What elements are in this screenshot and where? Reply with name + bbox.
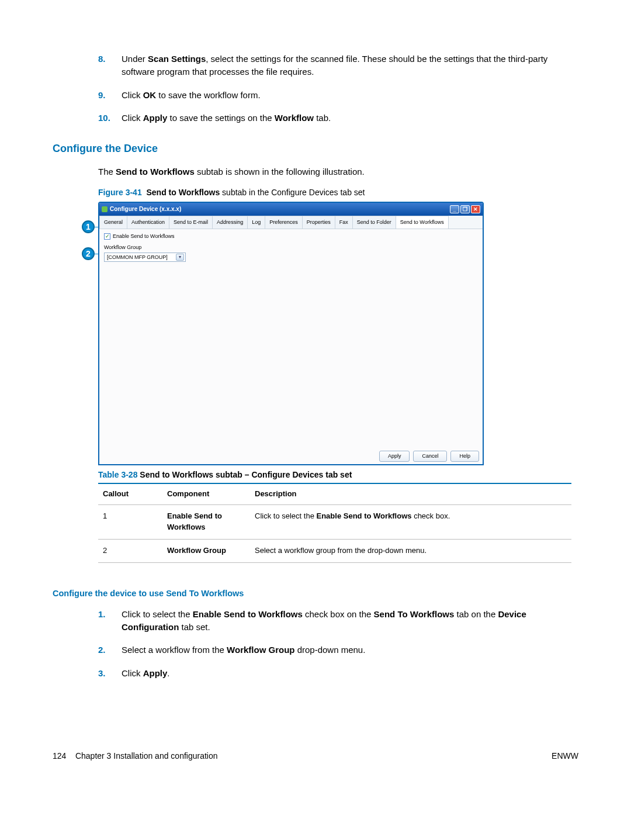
workflow-group-dropdown[interactable]: [COMMON MFP GROUP] ▾ [104,253,186,262]
heading-configure-device: Configure the Device [53,141,578,156]
tab-general[interactable]: General [99,216,127,229]
tab-preferences[interactable]: Preferences [265,216,302,229]
step-text: Click Apply. [122,667,578,680]
step-text: Under Scan Settings, select the settings… [122,53,578,78]
step-number: 1. [98,608,122,634]
step-b3: 3. Click Apply. [98,667,578,680]
callout-2: 2 [82,247,95,260]
step-text: Click OK to save the workflow form. [122,89,578,102]
figure-caption: Figure 3-41 Send to Workflows subtab in … [98,186,578,198]
enable-send-workflows-label: Enable Send to Workflows [113,233,174,240]
window-title: Configure Device (x.x.x.x) [110,205,181,214]
step-number: 10. [98,112,122,125]
tab-fax[interactable]: Fax [335,216,352,229]
table-caption: Table 3-28 Send to Workflows subtab – Co… [98,469,578,481]
page-number: 124 [53,751,66,761]
step-text: Click to select the Enable Send to Workf… [122,608,578,634]
chevron-down-icon[interactable]: ▾ [176,254,184,261]
step-number: 8. [98,53,122,78]
tab-send-folder[interactable]: Send to Folder [352,216,396,229]
step-number: 9. [98,89,122,102]
step-8: 8. Under Scan Settings, select the setti… [98,53,578,78]
step-text: Click Apply to save the settings on the … [122,112,578,125]
th-component: Component [162,483,250,504]
tab-send-email[interactable]: Send to E-mail [169,216,212,229]
page-footer: 124 Chapter 3 Installation and configura… [53,750,578,762]
step-number: 3. [98,667,122,680]
configure-device-window: Configure Device (x.x.x.x) _ ❐ ✕ General… [98,202,484,465]
step-number: 2. [98,644,122,656]
tabs-row: General Authentication Send to E-mail Ad… [99,216,483,229]
table-row: 2 Workflow Group Select a workflow group… [98,540,571,563]
steps-bottom: 1. Click to select the Enable Send to Wo… [98,608,578,680]
apply-button[interactable]: Apply [379,451,410,462]
step-text: Select a workflow from the Workflow Grou… [122,644,578,656]
step-b1: 1. Click to select the Enable Send to Wo… [98,608,578,634]
step-9: 9. Click OK to save the workflow form. [98,89,578,102]
callout-1: 1 [82,220,95,233]
steps-top: 8. Under Scan Settings, select the setti… [98,53,578,125]
table-row: 1 Enable Send to Workflows Click to sele… [98,505,571,540]
tab-authentication[interactable]: Authentication [127,216,169,229]
chapter-label: Chapter 3 Installation and configuration [75,751,218,761]
tab-properties[interactable]: Properties [302,216,335,229]
step-10: 10. Click Apply to save the settings on … [98,112,578,125]
heading-configure-device-workflows: Configure the device to use Send To Work… [53,587,578,600]
tab-addressing[interactable]: Addressing [212,216,247,229]
help-button[interactable]: Help [450,451,479,462]
minimize-icon[interactable]: _ [450,205,459,213]
tab-log[interactable]: Log [247,216,265,229]
maximize-icon[interactable]: ❐ [460,205,470,213]
close-icon[interactable]: ✕ [471,205,480,213]
workflow-group-value: [COMMON MFP GROUP] [107,254,168,261]
enable-send-workflows-checkbox[interactable]: ✓ [104,233,110,240]
cancel-button[interactable]: Cancel [413,451,447,462]
intro-paragraph: The Send to Workflows subtab is shown in… [98,165,578,178]
th-description: Description [250,483,571,504]
step-b2: 2. Select a workflow from the Workflow G… [98,644,578,656]
tab-send-workflows[interactable]: Send to Workflows [396,216,449,229]
tab-panel-body: ✓ Enable Send to Workflows Workflow Grou… [99,229,483,464]
window-titlebar: Configure Device (x.x.x.x) _ ❐ ✕ [99,203,483,216]
screenshot-wrapper: 1 2 Configure Device (x.x.x.x) _ ❐ ✕ Gen… [98,202,578,465]
workflow-group-label: Workflow Group [104,244,478,251]
app-icon [102,206,108,212]
th-callout: Callout [98,483,162,504]
description-table: Callout Component Description 1 Enable S… [98,483,571,562]
footer-right: ENWW [552,750,578,762]
